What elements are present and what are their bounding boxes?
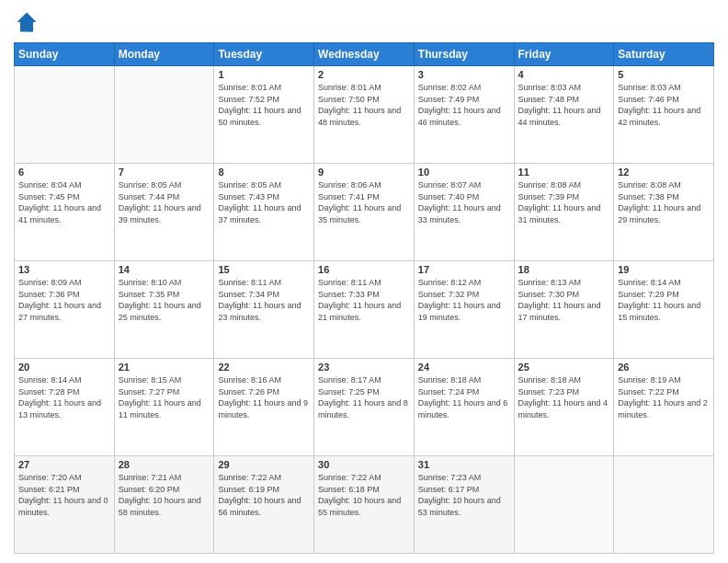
cell-content: Sunrise: 8:10 AMSunset: 7:35 PMDaylight:… [119,277,210,323]
logo-icon [14,9,40,35]
day-number: 9 [318,167,410,178]
calendar-cell [15,66,115,164]
calendar-cell: 6Sunrise: 8:04 AMSunset: 7:45 PMDaylight… [15,164,115,261]
cell-content: Sunrise: 8:11 AMSunset: 7:34 PMDaylight:… [218,277,310,323]
cell-content: Sunrise: 8:03 AMSunset: 7:46 PMDaylight:… [618,82,710,128]
day-number: 19 [618,264,710,275]
cell-content: Sunrise: 8:08 AMSunset: 7:39 PMDaylight:… [518,179,610,225]
cell-content: Sunrise: 7:22 AMSunset: 6:18 PMDaylight:… [318,472,410,518]
calendar-header: SundayMondayTuesdayWednesdayThursdayFrid… [15,43,714,66]
day-number: 27 [18,459,110,470]
page-container: SundayMondayTuesdayWednesdayThursdayFrid… [0,0,728,563]
cell-content: Sunrise: 8:17 AMSunset: 7:25 PMDaylight:… [318,374,410,420]
day-number: 15 [218,264,310,275]
day-number: 21 [119,362,210,373]
calendar-cell: 29Sunrise: 7:22 AMSunset: 6:19 PMDayligh… [214,456,314,554]
calendar-cell: 30Sunrise: 7:22 AMSunset: 6:18 PMDayligh… [314,456,415,554]
calendar-table: SundayMondayTuesdayWednesdayThursdayFrid… [14,42,714,554]
calendar-cell: 27Sunrise: 7:20 AMSunset: 6:21 PMDayligh… [15,456,115,554]
day-number: 16 [318,264,410,275]
cell-content: Sunrise: 8:07 AMSunset: 7:40 PMDaylight:… [418,179,510,225]
day-number: 25 [518,362,610,373]
cell-content: Sunrise: 7:21 AMSunset: 6:20 PMDaylight:… [119,472,210,518]
cell-content: Sunrise: 8:18 AMSunset: 7:24 PMDaylight:… [418,374,510,420]
calendar-cell: 3Sunrise: 8:02 AMSunset: 7:49 PMDaylight… [414,66,514,164]
cell-content: Sunrise: 8:03 AMSunset: 7:48 PMDaylight:… [518,82,610,128]
calendar-body: 1Sunrise: 8:01 AMSunset: 7:52 PMDaylight… [15,66,714,554]
calendar-cell: 23Sunrise: 8:17 AMSunset: 7:25 PMDayligh… [314,359,415,456]
day-number: 13 [18,264,110,275]
week-row-1: 1Sunrise: 8:01 AMSunset: 7:52 PMDaylight… [15,66,714,164]
calendar-cell: 24Sunrise: 8:18 AMSunset: 7:24 PMDayligh… [414,359,514,456]
calendar-cell: 19Sunrise: 8:14 AMSunset: 7:29 PMDayligh… [614,261,714,359]
calendar-cell: 10Sunrise: 8:07 AMSunset: 7:40 PMDayligh… [414,164,514,261]
calendar-cell: 25Sunrise: 8:18 AMSunset: 7:23 PMDayligh… [514,359,614,456]
calendar-cell: 18Sunrise: 8:13 AMSunset: 7:30 PMDayligh… [514,261,614,359]
day-header-friday: Friday [514,43,614,66]
calendar-cell: 2Sunrise: 8:01 AMSunset: 7:50 PMDaylight… [314,66,415,164]
day-number: 24 [418,362,510,373]
calendar-cell: 9Sunrise: 8:06 AMSunset: 7:41 PMDaylight… [314,164,415,261]
calendar-cell: 11Sunrise: 8:08 AMSunset: 7:39 PMDayligh… [514,164,614,261]
day-header-sunday: Sunday [15,43,115,66]
cell-content: Sunrise: 8:12 AMSunset: 7:32 PMDaylight:… [418,277,510,323]
week-row-5: 27Sunrise: 7:20 AMSunset: 6:21 PMDayligh… [15,456,714,554]
cell-content: Sunrise: 7:22 AMSunset: 6:19 PMDaylight:… [218,472,310,518]
calendar-cell: 26Sunrise: 8:19 AMSunset: 7:22 PMDayligh… [614,359,714,456]
calendar-cell: 28Sunrise: 7:21 AMSunset: 6:20 PMDayligh… [114,456,214,554]
calendar-cell [614,456,714,554]
calendar-cell: 17Sunrise: 8:12 AMSunset: 7:32 PMDayligh… [414,261,514,359]
calendar-cell: 1Sunrise: 8:01 AMSunset: 7:52 PMDaylight… [214,66,314,164]
day-number: 28 [119,459,210,470]
day-number: 29 [218,459,310,470]
cell-content: Sunrise: 8:19 AMSunset: 7:22 PMDaylight:… [618,374,710,420]
week-row-3: 13Sunrise: 8:09 AMSunset: 7:36 PMDayligh… [15,261,714,359]
day-header-monday: Monday [114,43,214,66]
calendar-cell [114,66,214,164]
cell-content: Sunrise: 8:01 AMSunset: 7:50 PMDaylight:… [318,82,410,128]
calendar-cell: 8Sunrise: 8:05 AMSunset: 7:43 PMDaylight… [214,164,314,261]
day-number: 4 [518,69,610,80]
calendar-cell: 15Sunrise: 8:11 AMSunset: 7:34 PMDayligh… [214,261,314,359]
cell-content: Sunrise: 7:20 AMSunset: 6:21 PMDaylight:… [18,472,110,518]
calendar-cell: 21Sunrise: 8:15 AMSunset: 7:27 PMDayligh… [114,359,214,456]
cell-content: Sunrise: 8:05 AMSunset: 7:44 PMDaylight:… [119,179,210,225]
day-header-saturday: Saturday [614,43,714,66]
day-number: 17 [418,264,510,275]
cell-content: Sunrise: 8:14 AMSunset: 7:28 PMDaylight:… [18,374,110,420]
day-number: 30 [318,459,410,470]
cell-content: Sunrise: 8:05 AMSunset: 7:43 PMDaylight:… [218,179,310,225]
day-header-tuesday: Tuesday [214,43,314,66]
day-number: 8 [218,167,310,178]
cell-content: Sunrise: 8:18 AMSunset: 7:23 PMDaylight:… [518,374,610,420]
day-number: 6 [18,167,110,178]
day-number: 12 [618,167,710,178]
day-number: 26 [618,362,710,373]
cell-content: Sunrise: 8:16 AMSunset: 7:26 PMDaylight:… [218,374,310,420]
day-number: 2 [318,69,410,80]
days-header-row: SundayMondayTuesdayWednesdayThursdayFrid… [15,43,714,66]
cell-content: Sunrise: 8:06 AMSunset: 7:41 PMDaylight:… [318,179,410,225]
cell-content: Sunrise: 8:13 AMSunset: 7:30 PMDaylight:… [518,277,610,323]
day-number: 5 [618,69,710,80]
day-number: 20 [18,362,110,373]
calendar-cell [514,456,614,554]
day-number: 23 [318,362,410,373]
cell-content: Sunrise: 8:09 AMSunset: 7:36 PMDaylight:… [18,277,110,323]
calendar-cell: 14Sunrise: 8:10 AMSunset: 7:35 PMDayligh… [114,261,214,359]
calendar-cell: 31Sunrise: 7:23 AMSunset: 6:17 PMDayligh… [414,456,514,554]
day-header-wednesday: Wednesday [314,43,415,66]
cell-content: Sunrise: 8:11 AMSunset: 7:33 PMDaylight:… [318,277,410,323]
calendar-cell: 4Sunrise: 8:03 AMSunset: 7:48 PMDaylight… [514,66,614,164]
cell-content: Sunrise: 8:14 AMSunset: 7:29 PMDaylight:… [618,277,710,323]
cell-content: Sunrise: 8:01 AMSunset: 7:52 PMDaylight:… [218,82,310,128]
calendar-cell: 7Sunrise: 8:05 AMSunset: 7:44 PMDaylight… [114,164,214,261]
day-number: 1 [218,69,310,80]
logo [14,9,43,35]
day-number: 18 [518,264,610,275]
calendar-cell: 22Sunrise: 8:16 AMSunset: 7:26 PMDayligh… [214,359,314,456]
cell-content: Sunrise: 7:23 AMSunset: 6:17 PMDaylight:… [418,472,510,518]
calendar-cell: 5Sunrise: 8:03 AMSunset: 7:46 PMDaylight… [614,66,714,164]
cell-content: Sunrise: 8:15 AMSunset: 7:27 PMDaylight:… [119,374,210,420]
cell-content: Sunrise: 8:08 AMSunset: 7:38 PMDaylight:… [618,179,710,225]
